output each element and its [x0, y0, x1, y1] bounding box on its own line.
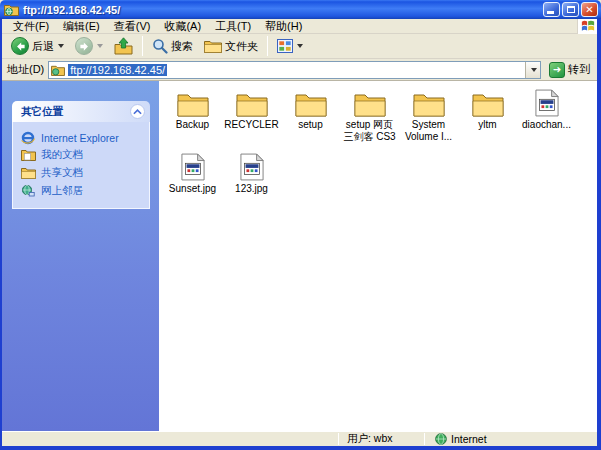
sidebar-item-label: 共享文档	[41, 166, 83, 180]
image-file-icon	[181, 151, 205, 181]
toolbar-separator	[142, 36, 143, 56]
status-bar: 用户: wbx Internet	[2, 431, 597, 446]
up-button[interactable]	[109, 35, 138, 58]
folders-button[interactable]: 文件夹	[199, 35, 263, 58]
image-file-icon	[535, 87, 559, 117]
sidebar-item-internet-explorer[interactable]: Internet Explorer	[19, 129, 145, 146]
go-button[interactable]: ➜ 转到	[545, 60, 594, 80]
maximize-icon	[567, 6, 575, 13]
file-item[interactable]: setup 网页 三剑客 CS3	[340, 87, 399, 143]
other-places-body: Internet Explorer 我的文档	[12, 122, 150, 209]
menu-view[interactable]: 查看(V)	[107, 19, 158, 34]
internet-globe-icon	[435, 433, 447, 445]
back-label: 后退	[32, 39, 54, 54]
other-places-panel: 其它位置	[12, 101, 150, 209]
sidebar-item-network-places[interactable]: 网上邻居	[19, 182, 145, 200]
status-zone: Internet	[425, 433, 597, 445]
file-item[interactable]: Backup	[163, 87, 222, 143]
close-button[interactable]: ✕	[581, 2, 598, 17]
menu-edit[interactable]: 编辑(E)	[56, 19, 107, 34]
views-button[interactable]	[272, 35, 308, 58]
menu-file[interactable]: 文件(F)	[6, 19, 56, 34]
windows-logo-icon	[577, 19, 597, 34]
up-folder-icon	[114, 37, 133, 55]
views-icon	[277, 39, 293, 53]
network-places-icon	[21, 185, 36, 198]
status-user: 用户: wbx	[339, 432, 424, 446]
folders-icon	[204, 39, 222, 53]
sidebar-item-label: 我的文档	[41, 148, 83, 162]
explorer-window: ftp://192.168.42.45/ ✕ 文件(F) 编辑(E) 查看(V)…	[0, 0, 601, 450]
menu-bar: 文件(F) 编辑(E) 查看(V) 收藏(A) 工具(T) 帮助(H)	[2, 19, 597, 34]
back-dropdown-icon	[58, 44, 64, 48]
address-dropdown-button[interactable]	[525, 62, 540, 78]
folder-icon	[413, 87, 445, 117]
file-item-label: RECYCLER	[224, 119, 278, 131]
maximize-button[interactable]	[562, 2, 579, 17]
file-item[interactable]: System Volume I...	[399, 87, 458, 143]
minimize-icon	[547, 11, 554, 14]
file-list-area: Backup RECYCLER setup	[159, 81, 597, 431]
back-button[interactable]: 后退	[6, 35, 69, 58]
tool-bar: 后退 搜索	[2, 34, 597, 59]
file-item-label: diaochan...	[522, 119, 571, 131]
folder-icon	[295, 87, 327, 117]
internet-explorer-icon	[21, 131, 36, 144]
file-item-label: yltm	[478, 119, 496, 131]
my-documents-icon	[21, 149, 36, 162]
forward-dropdown-icon	[97, 44, 103, 48]
go-arrow-icon: ➜	[549, 62, 565, 78]
folder-icon	[472, 87, 504, 117]
folder-icon	[177, 87, 209, 117]
address-bar: 地址(D) ftp://192.168.42.45/ ➜ 转到	[2, 59, 597, 81]
folder-icon	[236, 87, 268, 117]
address-input[interactable]: ftp://192.168.42.45/	[48, 61, 541, 79]
address-site-icon	[51, 64, 65, 76]
menu-help[interactable]: 帮助(H)	[258, 19, 309, 34]
address-label: 地址(D)	[7, 62, 44, 77]
file-item[interactable]: RECYCLER	[222, 87, 281, 143]
window-title: ftp://192.168.42.45/	[23, 4, 541, 16]
file-item[interactable]: setup	[281, 87, 340, 143]
task-pane-sidebar: 其它位置	[2, 81, 159, 431]
image-file-icon	[240, 151, 264, 181]
sidebar-item-my-documents[interactable]: 我的文档	[19, 146, 145, 164]
title-bar: ftp://192.168.42.45/ ✕	[0, 0, 601, 19]
file-item-label: setup 网页 三剑客 CS3	[343, 119, 395, 143]
file-item-label: 123.jpg	[235, 183, 268, 195]
views-dropdown-icon	[297, 44, 303, 48]
go-label: 转到	[568, 62, 590, 77]
file-item[interactable]: diaochan...	[517, 87, 576, 143]
forward-icon	[75, 37, 93, 55]
search-icon	[152, 38, 168, 54]
search-button[interactable]: 搜索	[147, 35, 198, 58]
toolbar-separator	[267, 36, 268, 56]
file-item[interactable]: 123.jpg	[222, 151, 281, 195]
file-item-label: Backup	[176, 119, 209, 131]
status-zone-label: Internet	[451, 433, 487, 445]
address-value-selected[interactable]: ftp://192.168.42.45/	[68, 64, 167, 76]
file-item[interactable]: yltm	[458, 87, 517, 143]
sidebar-item-shared-documents[interactable]: 共享文档	[19, 164, 145, 182]
back-icon	[11, 37, 29, 55]
window-body: 文件(F) 编辑(E) 查看(V) 收藏(A) 工具(T) 帮助(H)	[0, 19, 601, 450]
collapse-panel-button[interactable]	[130, 104, 145, 119]
menu-favorites[interactable]: 收藏(A)	[157, 19, 208, 34]
file-item-label: System Volume I...	[405, 119, 452, 143]
folders-label: 文件夹	[225, 39, 258, 54]
forward-button[interactable]	[70, 35, 108, 58]
file-item-label: Sunset.jpg	[169, 183, 216, 195]
folder-icon	[354, 87, 386, 117]
search-label: 搜索	[171, 39, 193, 54]
ftp-site-icon	[4, 3, 19, 16]
minimize-button[interactable]	[543, 2, 560, 17]
menu-tools[interactable]: 工具(T)	[208, 19, 258, 34]
chevron-up-icon	[133, 109, 142, 115]
file-item[interactable]: Sunset.jpg	[163, 151, 222, 195]
other-places-title: 其它位置	[21, 105, 63, 119]
sidebar-item-label: Internet Explorer	[41, 132, 119, 144]
close-icon: ✕	[585, 5, 593, 15]
chevron-down-icon	[531, 68, 537, 72]
other-places-header[interactable]: 其它位置	[12, 101, 150, 122]
shared-documents-icon	[21, 167, 36, 180]
